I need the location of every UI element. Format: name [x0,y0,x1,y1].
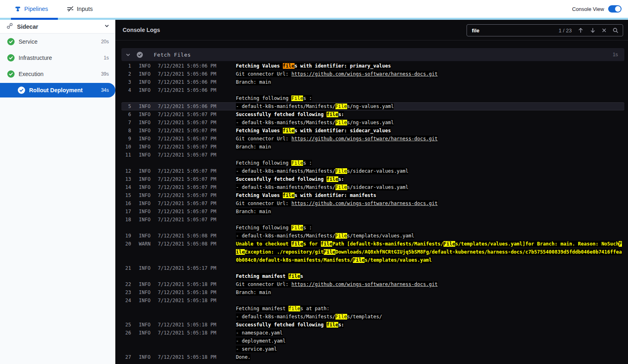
log-link-url[interactable]: https://github.com/wings-software/harnes… [291,201,437,206]
log-message: Git connector Url: https://github.com/wi… [236,70,623,78]
log-link-url[interactable]: https://github.com/wings-software/harnes… [291,136,437,142]
console-view-label: Console View [572,6,604,12]
log-line: 11INFO7/12/2021 5:05:07 PM [121,151,624,159]
log-text: s for [303,241,320,247]
log-text: Fetching following [236,95,291,101]
log-line: 6INFO7/12/2021 5:05:07 PMSuccessfully fe… [121,110,624,119]
log-line-number: 25 [121,321,131,329]
log-text: s : [303,225,312,231]
log-line-number: 14 [121,183,131,191]
search-icon[interactable] [612,27,619,34]
log-text: s/ng-values.yaml [347,104,394,109]
success-check-icon [7,54,15,61]
log-line-number: 18 [121,216,131,224]
log-line: 17INFO7/12/2021 5:05:07 PMBranch: main [121,207,624,216]
log-timestamp: 7/12/2021 5:05:07 PM [158,199,236,207]
log-timestamp: 7/12/2021 5:05:07 PM [158,175,236,183]
log-section-fetch-files[interactable]: Fetch Files 1s [121,48,624,61]
log-text: Branch: main [236,144,271,150]
stage-duration: 34s [101,87,109,93]
section-success-icon [136,51,143,58]
log-line: 8INFO7/12/2021 5:05:07 PMFetching Values… [121,127,624,135]
sidebar-stage-service[interactable]: Service20s [0,34,115,50]
log-message: - default-k8s-manifests/Manifests/Files/… [236,167,623,175]
log-level: INFO [139,110,158,119]
log-timestamp: 7/12/2021 5:05:07 PM [158,216,236,224]
log-text: s/templates/values.yaml [347,233,414,239]
log-line-number: 4 [121,86,131,94]
log-link-url[interactable]: https://github.com/wings-software/harnes… [291,71,437,77]
stage-label: Infrastructure [19,55,100,61]
log-line-number: 16 [121,199,131,207]
tab-pipelines-label: Pipelines [24,6,48,12]
log-level: INFO [139,102,158,110]
search-input[interactable] [472,28,553,34]
log-line: 1INFO7/12/2021 5:05:06 PMFetching Values… [121,62,624,70]
tab-inputs-label: Inputs [77,6,93,12]
next-match-icon[interactable] [590,27,596,34]
log-text: s [300,273,303,279]
previous-match-icon[interactable] [577,27,584,34]
log-level: INFO [139,175,158,183]
log-timestamp: 7/12/2021 5:05:18 PM [158,280,236,288]
log-text: s: [338,176,344,182]
search-match: file [289,273,300,279]
search-match: File [291,160,303,166]
active-search-match: file [283,63,295,69]
log-level: INFO [139,62,158,70]
stage-label: Execution [19,71,97,77]
stage-duration: 1s [104,55,109,61]
log-level: INFO [139,296,158,305]
pipeline-selector[interactable]: Sidecar [0,20,115,34]
collapse-chevron-icon[interactable] [125,52,131,57]
log-level: INFO [139,207,158,216]
log-link-url[interactable]: https://github.com/wings-software/harnes… [291,281,437,287]
log-line: 10INFO7/12/2021 5:05:07 PMBranch: main [121,143,624,151]
log-line-number: 8 [121,127,131,135]
log-text: s : [303,95,312,101]
log-message: Branch: main [236,143,623,151]
log-line: 16INFO7/12/2021 5:05:07 PMGit connector … [121,199,624,207]
console-view-toggle[interactable] [608,5,622,13]
log-message: Done. [236,353,623,361]
log-text: s with identifier: primary_values [295,63,391,69]
log-message: Successfully fetched following files: [236,175,623,183]
log-level: INFO [139,167,158,175]
log-text: s with identifier: sidecar_values [295,128,391,133]
log-level: WARN [139,240,158,248]
log-line: Fetching following Files : [121,224,624,232]
log-message: Fetching Values files with identifier: m… [236,191,623,199]
log-text: - default-k8s-manifests/Manifests/ [236,314,335,320]
search-match: file [327,112,338,117]
log-text: - deployment.yaml [236,338,286,344]
pipeline-name: Sidecar [17,23,100,30]
log-message: - default-k8s-manifests/Manifests/Files/… [236,313,623,321]
log-text: s/sidecar-values.yaml [347,184,409,190]
log-timestamp: 7/12/2021 5:05:17 PM [158,264,236,272]
chevron-down-icon[interactable] [104,23,110,30]
log-message: Fetching Values files with identifier: p… [236,62,623,70]
log-line: 25INFO7/12/2021 5:05:18 PMSuccessfully f… [121,321,624,329]
log-line: 27INFO7/12/2021 5:05:18 PMDone. [121,353,624,361]
log-line-number: 12 [121,167,131,175]
log-level: INFO [139,86,158,94]
search-match: File [291,225,303,231]
log-text: s: [338,322,344,328]
log-level: INFO [139,216,158,224]
tab-pipelines[interactable]: Pipelines [15,6,48,12]
search-match: File [335,168,347,174]
sidebar-stage-infrastructure[interactable]: Infrastructure1s [0,50,115,66]
log-level: INFO [139,264,158,272]
tab-inputs[interactable]: Inputs [67,6,93,12]
clear-search-icon[interactable] [602,28,607,33]
log-text: - default-k8s-manifests/Manifests/ [236,120,335,125]
log-text: Git connector Url: [236,281,291,287]
sidebar-stage-execution[interactable]: Execution39s [0,66,115,82]
log-line: 20WARN7/12/2021 5:05:08 PMUnable to chec… [121,240,624,264]
log-line-number: 24 [121,296,131,305]
sidebar-stage-rollout-deployment[interactable]: Rollout Deployment34s [0,83,115,97]
log-text: s at path: [300,306,329,311]
log-line: 14INFO7/12/2021 5:05:07 PM- default-k8s-… [121,183,624,191]
log-text: - default-k8s-manifests/Manifests/ [236,184,335,190]
log-text: Fetching manifest [236,306,289,311]
